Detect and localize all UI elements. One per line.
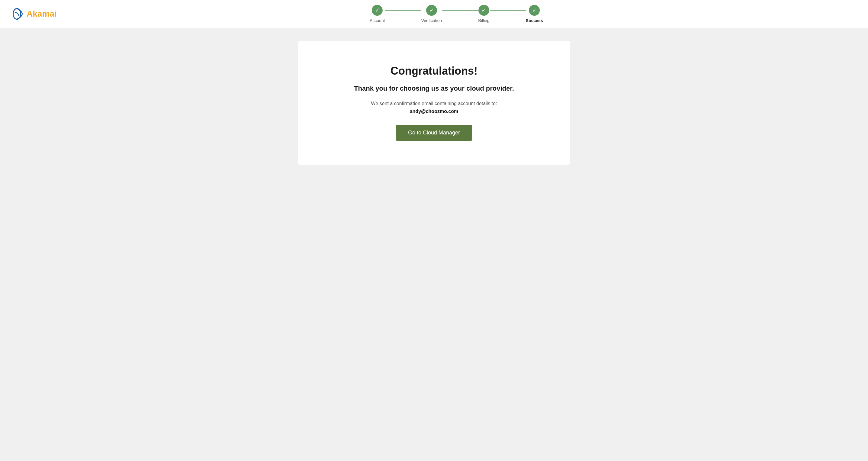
step-line-2: [442, 10, 478, 10]
confirmation-text-line1: We sent a confirmation email containing …: [371, 101, 497, 106]
header: Akamai ✓ Account ✓ Verification ✓ Billin…: [0, 0, 868, 28]
success-card: Congratulations! Thank you for choosing …: [298, 40, 570, 165]
step-label-billing: Billing: [478, 18, 489, 23]
congratulations-title: Congratulations!: [391, 65, 477, 77]
step-account: ✓ Account: [370, 5, 385, 23]
step-label-account: Account: [370, 18, 385, 23]
step-verification: ✓ Verification: [421, 5, 442, 23]
akamai-logo-icon: [12, 7, 25, 21]
step-line-1: [385, 10, 421, 10]
confirmation-line: We sent a confirmation email containing …: [371, 100, 497, 115]
step-line-3: [490, 10, 526, 10]
logo-text: Akamai: [27, 9, 57, 19]
step-circle-billing: ✓: [478, 5, 489, 16]
step-success: ✓ Success: [526, 5, 543, 23]
step-circle-account: ✓: [372, 5, 383, 16]
logo-container: Akamai: [12, 7, 57, 21]
go-to-cloud-manager-button[interactable]: Go to Cloud Manager: [396, 125, 472, 141]
confirmation-email: andy@choozmo.com: [410, 109, 459, 114]
step-circle-verification: ✓: [426, 5, 437, 16]
step-billing: ✓ Billing: [478, 5, 489, 23]
step-label-verification: Verification: [421, 18, 442, 23]
stepper: ✓ Account ✓ Verification ✓ Billing ✓ Suc…: [69, 5, 844, 23]
main-content: Congratulations! Thank you for choosing …: [0, 28, 868, 177]
step-label-success: Success: [526, 18, 543, 23]
confirmation-section: We sent a confirmation email containing …: [371, 100, 497, 115]
step-circle-success: ✓: [529, 5, 540, 16]
subtitle-text: Thank you for choosing us as your cloud …: [354, 85, 514, 93]
